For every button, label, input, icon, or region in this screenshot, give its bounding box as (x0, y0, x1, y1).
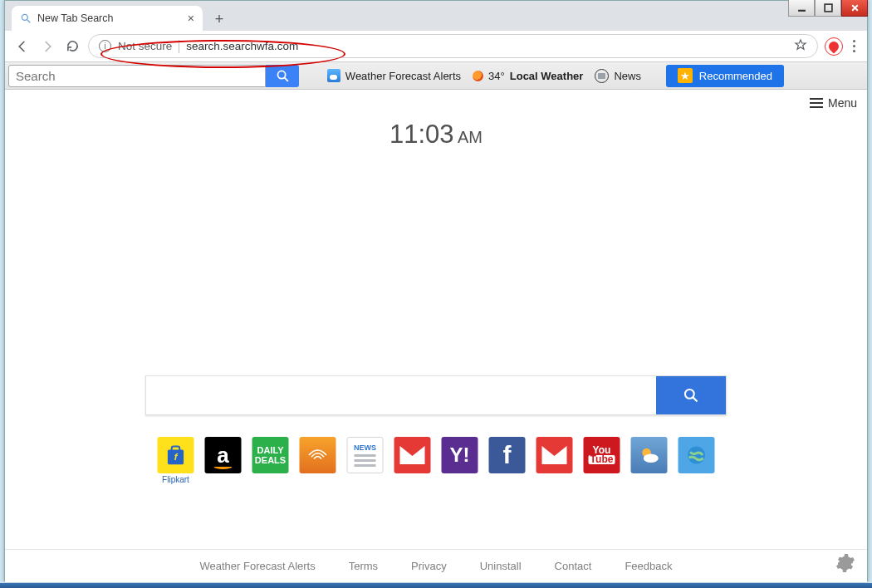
svg-point-6 (685, 390, 694, 399)
back-button[interactable] (13, 37, 32, 56)
tab-strip: New Tab Search × + (5, 1, 867, 31)
tile-flipkart[interactable]: f Flipkart (158, 437, 194, 473)
svg-rect-0 (798, 10, 806, 12)
tile-gmail-2[interactable] (536, 437, 573, 473)
footer: Weather Forecast Alerts Terms Privacy Un… (5, 549, 867, 582)
new-tab-button[interactable]: + (208, 7, 231, 31)
main-search-input[interactable] (146, 376, 656, 414)
address-bar[interactable]: i Not secure search.searchwfa.com (88, 34, 818, 58)
tile-facebook[interactable]: f (489, 437, 526, 473)
extension-icon[interactable] (825, 37, 843, 56)
quick-links-row: f Flipkart a DAILY DEALS NEWS Y! f YouTu… (158, 437, 715, 473)
minimize-button[interactable] (788, 0, 815, 17)
tile-weather[interactable] (631, 437, 668, 473)
clock-time: 11:03 (389, 120, 454, 149)
tile-browser[interactable] (678, 437, 715, 473)
local-weather-link[interactable]: 34° Local Weather (473, 70, 583, 82)
svg-rect-1 (825, 4, 832, 12)
wfa-link[interactable]: Weather Forecast Alerts (327, 69, 461, 82)
browser-window: New Tab Search × + i Not secure search.s… (4, 0, 868, 581)
recommended-button[interactable]: ★ Recommended (666, 65, 784, 87)
toolbar-search-button[interactable] (266, 65, 299, 87)
news-icon (595, 69, 609, 83)
svg-line-5 (284, 77, 287, 81)
window-controls (788, 0, 868, 17)
tile-gmail-1[interactable] (394, 437, 431, 473)
url-text: search.searchwfa.com (186, 40, 298, 52)
main-search-button[interactable] (656, 376, 726, 414)
browser-tab[interactable]: New Tab Search × (12, 6, 203, 31)
page-content: Menu 11:03 AM f Flipkart a DAILY DEALS N… (5, 90, 867, 582)
news-link[interactable]: News (595, 69, 641, 83)
footer-link[interactable]: Terms (349, 560, 378, 572)
clock-ampm: AM (454, 128, 483, 146)
reload-button[interactable] (63, 37, 81, 56)
tile-yahoo[interactable]: Y! (442, 437, 478, 473)
tile-daily-deals[interactable]: DAILY DEALS (252, 437, 289, 473)
svg-point-12 (644, 454, 659, 463)
toolbar-search (8, 65, 299, 87)
search-icon (20, 12, 32, 24)
tile-youtube[interactable]: YouTube (584, 437, 620, 473)
page-toolbar: Weather Forecast Alerts 34° Local Weathe… (5, 62, 867, 90)
info-icon[interactable]: i (99, 40, 111, 52)
tab-close-icon[interactable]: × (188, 12, 194, 25)
tile-amazon[interactable]: a (205, 437, 242, 473)
footer-link[interactable]: Uninstall (480, 560, 522, 572)
footer-link[interactable]: Feedback (625, 560, 672, 572)
svg-point-4 (277, 71, 285, 78)
settings-gear-icon[interactable] (835, 553, 855, 576)
sun-icon (473, 71, 483, 81)
toolbar-search-input[interactable] (8, 65, 266, 87)
browser-menu-button[interactable] (850, 37, 859, 56)
not-secure-label: Not secure (118, 40, 172, 52)
svg-line-3 (27, 20, 31, 23)
footer-link[interactable]: Contact (555, 560, 592, 572)
clock: 11:03 AM (5, 120, 867, 149)
forward-button[interactable] (38, 37, 56, 56)
weather-icon (327, 69, 340, 82)
main-search (145, 375, 727, 415)
tile-audible[interactable] (300, 437, 336, 473)
tile-label: Flipkart (162, 475, 189, 484)
menu-button[interactable]: Menu (810, 96, 857, 110)
hamburger-icon (810, 98, 823, 108)
bookmark-star-icon[interactable] (794, 38, 807, 54)
tile-news[interactable]: NEWS (347, 437, 384, 473)
tab-title: New Tab Search (37, 12, 114, 24)
close-button[interactable] (841, 0, 868, 17)
footer-link[interactable]: Privacy (411, 560, 447, 572)
maximize-button[interactable] (815, 0, 841, 17)
footer-link[interactable]: Weather Forecast Alerts (200, 560, 316, 572)
star-icon: ★ (678, 68, 693, 83)
taskbar (0, 583, 872, 588)
address-bar-row: i Not secure search.searchwfa.com (5, 31, 867, 62)
svg-point-2 (22, 14, 27, 20)
svg-line-7 (693, 398, 698, 402)
